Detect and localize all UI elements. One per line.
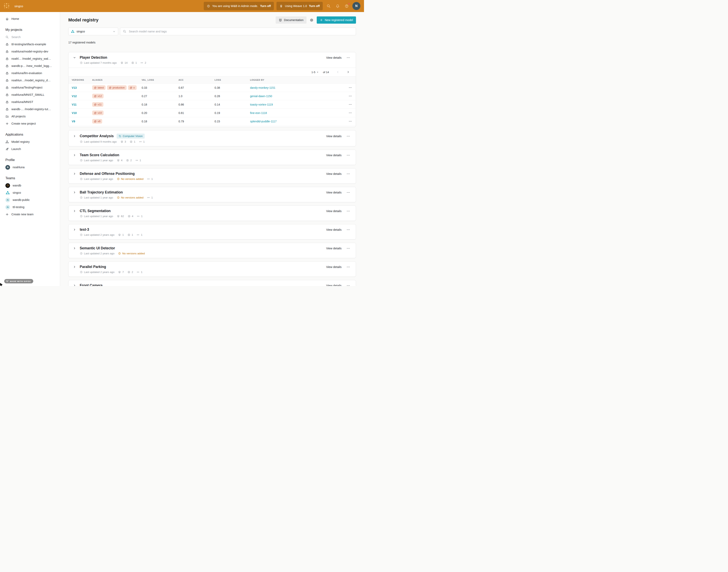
card-menu-button[interactable] — [346, 172, 350, 175]
settings-gear-button[interactable] — [310, 18, 314, 22]
card-menu-button[interactable] — [346, 135, 350, 138]
card-menu-button[interactable] — [346, 154, 350, 157]
expand-chevron-icon[interactable] — [72, 191, 76, 194]
sidebar-team-singco[interactable]: singco — [0, 189, 60, 196]
model-name-link[interactable]: Front Camera — [80, 283, 103, 286]
view-details-link[interactable]: View details — [326, 228, 342, 231]
sidebar-item-create-project[interactable]: Create new project — [0, 120, 60, 127]
view-details-link[interactable]: View details — [326, 135, 342, 138]
sidebar-project-item[interactable]: ttl-testing/artifacts-example — [0, 41, 60, 48]
card-menu-button[interactable] — [346, 210, 350, 213]
collapse-chevron-icon[interactable] — [72, 56, 76, 59]
version-link[interactable]: V13 — [72, 86, 92, 89]
expand-chevron-icon[interactable] — [72, 247, 76, 250]
sidebar-project-item[interactable]: wandb-… /model-registry-tut… — [0, 105, 60, 113]
alias-pill[interactable]: production — [107, 85, 126, 90]
expand-chevron-icon[interactable] — [72, 135, 76, 138]
alias-pill[interactable]: v12 — [92, 94, 104, 98]
sidebar-project-item[interactable]: noahluna/TestingProject — [0, 84, 60, 91]
sidebar-item-create-team[interactable]: Create new team — [0, 211, 60, 218]
top-org-name[interactable]: singco — [14, 4, 23, 8]
logged-by-run-link[interactable]: fine-eon-1118 — [250, 112, 344, 115]
version-link[interactable]: V11 — [72, 103, 92, 106]
sidebar-team-ttl-testing[interactable]: ttl-testing — [0, 204, 60, 211]
card-menu-button[interactable] — [346, 56, 350, 59]
model-name-link[interactable]: test-3 — [80, 227, 89, 232]
expand-chevron-icon[interactable] — [72, 154, 76, 157]
logged-by-run-link[interactable]: dandy-monkey-1151 — [250, 86, 344, 89]
alias-pill[interactable]: v10 — [92, 111, 104, 115]
sidebar-project-item[interactable]: noahluna/model-registry-dev — [0, 48, 60, 55]
admin-mode-banner[interactable]: You are using W&B in Admin mode. Turn of… — [204, 2, 274, 10]
view-details-link[interactable]: View details — [326, 154, 342, 157]
logged-by-run-link[interactable]: genial-dawn-1150 — [250, 94, 344, 98]
card-menu-button[interactable] — [346, 284, 350, 286]
admin-turn-off-button[interactable]: Turn off — [260, 4, 271, 8]
row-menu-button[interactable] — [348, 120, 352, 123]
sidebar-project-item[interactable]: noahluna/MNIST — [0, 98, 60, 105]
sidebar-project-item[interactable]: wandb-p… /new_model_logg… — [0, 62, 60, 70]
row-menu-button[interactable] — [348, 94, 352, 97]
page-size-dropdown[interactable]: 1-5 — [311, 71, 319, 74]
card-menu-button[interactable] — [346, 247, 350, 250]
notifications-bell-icon[interactable] — [334, 3, 341, 9]
model-name-link[interactable]: Parallel Parking — [80, 265, 106, 269]
alias-pill[interactable]: v — [128, 85, 137, 90]
pagination-prev-button[interactable] — [336, 71, 339, 74]
sidebar-item-profile[interactable]: N noahluna — [0, 164, 60, 171]
documentation-button[interactable]: Documentation — [276, 16, 307, 24]
sidebar-team-wandb[interactable]: wandb — [0, 182, 60, 189]
pagination-next-button[interactable] — [346, 71, 350, 74]
sidebar-project-item[interactable]: noahlun…/model_registry_d… — [0, 77, 60, 84]
view-details-link[interactable]: View details — [326, 56, 342, 59]
help-icon[interactable] — [343, 3, 350, 9]
sidebar-project-search[interactable]: Search — [0, 33, 60, 41]
expand-chevron-icon[interactable] — [72, 172, 76, 175]
search-icon[interactable] — [325, 3, 332, 9]
card-menu-button[interactable] — [346, 228, 350, 231]
weave-turn-off-button[interactable]: Turn off — [309, 4, 320, 8]
row-menu-button[interactable] — [348, 103, 352, 106]
model-name-link[interactable]: Team Score Calculation — [80, 153, 119, 157]
weave-banner[interactable]: Using Weave 1.0 Turn off — [276, 2, 323, 10]
view-details-link[interactable]: View details — [326, 191, 342, 194]
card-menu-button[interactable] — [346, 191, 350, 194]
alias-pill[interactable]: v9 — [92, 119, 102, 124]
sidebar-item-model-registry[interactable]: Model registry — [0, 138, 60, 145]
sidebar-project-item[interactable]: noahluna/MNIST_SMALL — [0, 91, 60, 98]
expand-chevron-icon[interactable] — [72, 284, 76, 286]
version-link[interactable]: V12 — [72, 94, 92, 98]
wandb-logo-icon[interactable] — [3, 3, 10, 9]
alias-pill[interactable]: latest — [92, 85, 106, 90]
view-details-link[interactable]: View details — [326, 172, 342, 175]
logged-by-run-link[interactable]: toasty-vortex-1119 — [250, 103, 344, 106]
version-link[interactable]: V9 — [72, 120, 92, 123]
sidebar-item-all-projects[interactable]: All projects — [0, 113, 60, 120]
sidebar-item-home[interactable]: Home — [0, 15, 60, 22]
card-menu-button[interactable] — [346, 265, 350, 269]
row-menu-button[interactable] — [348, 112, 352, 114]
model-name-link[interactable]: Player Detection — [80, 56, 107, 60]
model-name-link[interactable]: Ball Trajectory Estimation — [80, 190, 123, 195]
sidebar-item-launch[interactable]: Launch — [0, 145, 60, 153]
sidebar-project-item[interactable]: noahl… /model_registry_wal… — [0, 55, 60, 62]
new-registered-model-button[interactable]: New registered model — [317, 16, 356, 24]
user-avatar[interactable]: N — [352, 2, 360, 10]
view-details-link[interactable]: View details — [326, 247, 342, 250]
org-selector-dropdown[interactable]: singco — [68, 28, 118, 35]
alias-pill[interactable]: v11 — [92, 102, 104, 107]
view-details-link[interactable]: View details — [326, 265, 342, 269]
sidebar-team-wandb-public[interactable]: wandb-public — [0, 196, 60, 204]
view-details-link[interactable]: View details — [326, 284, 342, 286]
expand-chevron-icon[interactable] — [72, 210, 76, 213]
sidebar-project-item[interactable]: noahluna/llm-evaluation — [0, 70, 60, 77]
row-menu-button[interactable] — [348, 86, 352, 89]
model-name-link[interactable]: Defense and Offense Positioning — [80, 172, 135, 176]
model-search-box[interactable] — [120, 28, 356, 35]
logged-by-run-link[interactable]: splendid-puddle-1117 — [250, 120, 344, 123]
model-name-link[interactable]: Semantic UI Detector — [80, 246, 115, 251]
model-name-link[interactable]: CTL Segmentation — [80, 209, 111, 213]
expand-chevron-icon[interactable] — [72, 265, 76, 269]
expand-chevron-icon[interactable] — [72, 228, 76, 231]
model-search-input[interactable] — [128, 30, 353, 33]
